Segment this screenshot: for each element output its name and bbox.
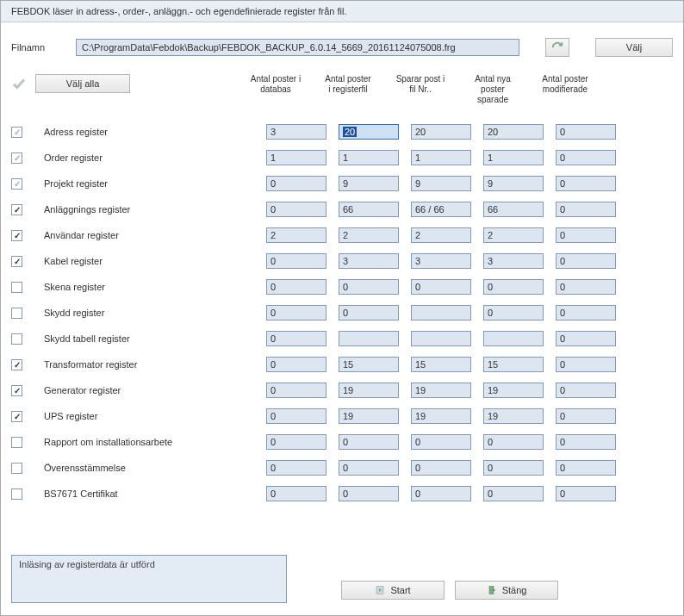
close-button-label: Stäng	[502, 585, 527, 595]
value-cell[interactable]: 2	[266, 227, 326, 243]
col-header-registerfil: Antal posteri registerfil	[314, 74, 382, 105]
table-row: Order register11110	[11, 145, 673, 171]
value-cell[interactable]	[339, 331, 399, 346]
value-cell[interactable]: 3	[483, 253, 544, 269]
value-cell[interactable]: 0	[556, 408, 616, 424]
value-cell[interactable]: 0	[411, 279, 471, 295]
value-cell[interactable]: 0	[556, 253, 616, 269]
checkbox[interactable]	[11, 308, 22, 319]
value-cell[interactable]: 0	[483, 279, 544, 295]
checkbox[interactable]	[11, 204, 22, 215]
value-cell[interactable]: 3	[266, 124, 326, 140]
value-cell[interactable]: 0	[339, 486, 399, 501]
value-cell[interactable]: 20	[411, 124, 471, 140]
value-cell[interactable]: 0	[483, 305, 544, 320]
value-cell[interactable]: 2	[339, 227, 399, 243]
value-cell[interactable]: 66 / 66	[411, 202, 471, 217]
value-cell[interactable]: 0	[266, 253, 326, 269]
value-cell[interactable]: 3	[411, 253, 471, 269]
value-cell[interactable]: 9	[411, 176, 471, 191]
value-cell[interactable]	[483, 331, 544, 346]
value-cell[interactable]: 19	[483, 383, 544, 398]
value-cell[interactable]: 0	[266, 383, 326, 398]
value-cell[interactable]: 2	[483, 227, 544, 243]
value-cell[interactable]: 0	[411, 434, 471, 450]
checkbox[interactable]	[11, 488, 22, 500]
value-cell[interactable]: 9	[339, 176, 399, 191]
value-cell[interactable]: 2	[411, 227, 471, 243]
value-cell[interactable]: 0	[411, 460, 471, 476]
value-cell[interactable]: 19	[411, 408, 471, 424]
checkbox[interactable]	[11, 411, 22, 422]
value-cell[interactable]: 0	[266, 434, 326, 450]
value-cell[interactable]: 0	[266, 357, 326, 372]
value-cell[interactable]: 0	[556, 227, 616, 243]
value-cell[interactable]: 3	[339, 253, 399, 269]
value-cell[interactable]: 0	[266, 176, 326, 191]
choose-file-button[interactable]: Välj	[595, 38, 673, 57]
value-cell[interactable]: 0	[556, 460, 616, 476]
value-cell[interactable]: 19	[339, 408, 399, 424]
value-cell[interactable]: 19	[339, 383, 399, 398]
value-cell[interactable]: 0	[556, 305, 616, 320]
checkbox[interactable]	[11, 178, 22, 190]
value-cell[interactable]: 0	[556, 150, 616, 165]
value-cell[interactable]: 20	[339, 124, 399, 140]
checkbox[interactable]	[11, 256, 22, 267]
value-cell[interactable]: 0	[556, 202, 616, 217]
value-cell[interactable]: 0	[266, 202, 326, 217]
value-cell[interactable]: 1	[483, 150, 544, 165]
value-cell[interactable]: 15	[411, 357, 471, 372]
checkbox[interactable]	[11, 359, 22, 370]
value-cell[interactable]: 0	[411, 486, 471, 501]
checkbox[interactable]	[11, 385, 22, 396]
value-cell[interactable]: 0	[339, 460, 399, 476]
value-cell[interactable]: 0	[556, 279, 616, 295]
checkbox[interactable]	[11, 230, 22, 241]
value-cell[interactable]: 66	[339, 202, 399, 217]
value-cell[interactable]: 19	[411, 383, 471, 398]
start-button[interactable]: Start	[341, 581, 445, 600]
value-cell[interactable]: 0	[266, 408, 326, 424]
value-cell[interactable]: 0	[556, 331, 616, 346]
value-cell[interactable]: 0	[339, 305, 399, 320]
value-cell[interactable]: 0	[556, 486, 616, 501]
value-cell[interactable]: 15	[339, 357, 399, 372]
value-cell[interactable]: 20	[483, 124, 544, 140]
value-cell[interactable]: 0	[339, 279, 399, 295]
value-cell[interactable]: 9	[483, 176, 544, 191]
value-cell[interactable]: 1	[339, 150, 399, 165]
value-cell[interactable]: 0	[266, 486, 326, 501]
checkbox[interactable]	[11, 437, 22, 448]
value-cell[interactable]: 1	[266, 150, 326, 165]
value-cell[interactable]: 0	[483, 486, 544, 501]
checkbox[interactable]	[11, 333, 22, 345]
value-cell[interactable]: 1	[411, 150, 471, 165]
value-cell[interactable]: 0	[556, 124, 616, 140]
select-all-button[interactable]: Välj alla	[35, 74, 130, 93]
checkbox[interactable]	[11, 152, 22, 164]
value-cell[interactable]	[411, 331, 471, 346]
value-cell[interactable]: 0	[266, 460, 326, 476]
checkbox[interactable]	[11, 282, 22, 293]
value-cell[interactable]: 0	[266, 279, 326, 295]
value-cell[interactable]: 0	[556, 434, 616, 450]
value-cell[interactable]: 15	[483, 357, 544, 372]
value-cell[interactable]: 66	[483, 202, 544, 217]
checkbox[interactable]	[11, 127, 22, 138]
value-cell[interactable]: 0	[556, 383, 616, 398]
value-cell[interactable]: 0	[266, 331, 326, 346]
value-cell[interactable]: 0	[483, 434, 544, 450]
value-cell[interactable]: 0	[266, 305, 326, 320]
value-cell[interactable]: 0	[483, 460, 544, 476]
table-row: Överensstämmelse00000	[11, 455, 673, 481]
close-button[interactable]: Stäng	[455, 581, 558, 600]
value-cell[interactable]	[411, 305, 471, 320]
value-cell[interactable]: 19	[483, 408, 544, 424]
value-cell[interactable]: 0	[556, 357, 616, 372]
value-cell[interactable]: 0	[556, 176, 616, 191]
refresh-button[interactable]	[545, 38, 569, 57]
checkbox[interactable]	[11, 463, 22, 474]
value-cell[interactable]: 0	[339, 434, 399, 450]
filename-input[interactable]: C:\ProgramData\Febdok\Backup\FEBDOK_BACK…	[76, 39, 519, 56]
